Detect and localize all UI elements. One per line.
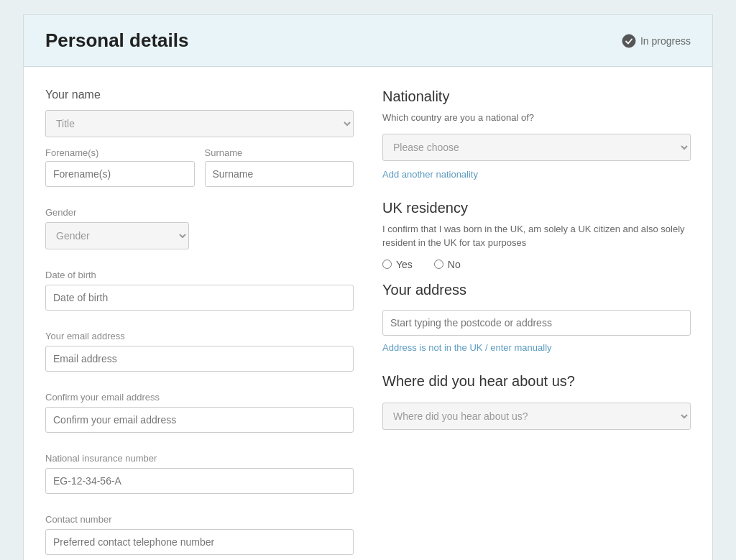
forename-label: Forename(s) bbox=[45, 147, 195, 158]
yes-label: Yes bbox=[396, 259, 413, 270]
surname-field: Surname bbox=[205, 147, 354, 187]
address-input[interactable] bbox=[382, 310, 691, 336]
hear-about-title: Where did you hear about us? bbox=[382, 373, 691, 390]
right-column: Nationality Which country are you a nati… bbox=[382, 88, 691, 555]
address-title: Your address bbox=[382, 282, 691, 298]
confirm-email-section: Confirm your email address bbox=[45, 392, 354, 433]
confirm-email-input[interactable] bbox=[45, 407, 354, 433]
contact-label: Contact number bbox=[45, 514, 354, 525]
name-row: Forename(s) Surname bbox=[45, 147, 354, 187]
add-nationality-link[interactable]: Add another nationality bbox=[382, 169, 478, 180]
uk-residency-radio-group: Yes No bbox=[382, 259, 691, 270]
ni-section: National insurance number bbox=[45, 453, 354, 494]
confirm-email-label: Confirm your email address bbox=[45, 392, 354, 403]
page-header: Personal details In progress bbox=[24, 15, 712, 67]
check-circle-icon bbox=[622, 34, 636, 48]
surname-input[interactable] bbox=[205, 161, 354, 187]
yes-radio[interactable] bbox=[382, 260, 392, 269]
no-radio[interactable] bbox=[434, 260, 443, 269]
ni-input[interactable] bbox=[45, 468, 354, 494]
hear-about-select[interactable]: Where did you hear about us? Social medi… bbox=[382, 403, 691, 430]
yes-radio-label[interactable]: Yes bbox=[382, 259, 413, 270]
address-manual-link[interactable]: Address is not in the UK / enter manuall… bbox=[382, 342, 552, 353]
uk-residency-text: I confirm that I was born in the UK, am … bbox=[382, 222, 691, 250]
page-wrapper: Personal details In progress Your name T… bbox=[23, 14, 713, 560]
nationality-question: Which country are you a national of? bbox=[382, 111, 691, 125]
no-label: No bbox=[448, 259, 461, 270]
gender-section: Gender Gender Male Female Other bbox=[45, 207, 354, 249]
uk-residency-title: UK residency bbox=[382, 200, 691, 216]
dob-input[interactable] bbox=[45, 285, 354, 311]
email-section: Your email address bbox=[45, 331, 354, 372]
title-select[interactable]: Title Mr Mrs Miss Ms Dr bbox=[45, 110, 354, 137]
forename-input[interactable] bbox=[45, 161, 195, 187]
page-body: Your name Title Mr Mrs Miss Ms Dr Forena… bbox=[24, 67, 712, 560]
uk-residency-section: UK residency I confirm that I was born i… bbox=[382, 200, 691, 270]
email-input[interactable] bbox=[45, 346, 354, 372]
address-section: Your address Address is not in the UK / … bbox=[382, 282, 691, 353]
status-badge: In progress bbox=[622, 34, 691, 48]
status-text: In progress bbox=[640, 35, 691, 47]
left-column: Your name Title Mr Mrs Miss Ms Dr Forena… bbox=[45, 88, 354, 555]
no-radio-label[interactable]: No bbox=[434, 259, 461, 270]
svg-point-0 bbox=[622, 35, 635, 47]
dob-label: Date of birth bbox=[45, 270, 354, 280]
your-name-section-title: Your name bbox=[45, 88, 354, 101]
dob-section: Date of birth bbox=[45, 270, 354, 311]
email-label: Your email address bbox=[45, 331, 354, 341]
nationality-select[interactable]: Please choose British Irish American Oth… bbox=[382, 134, 691, 161]
nationality-title: Nationality bbox=[382, 88, 691, 105]
surname-label: Surname bbox=[205, 147, 354, 158]
contact-input[interactable] bbox=[45, 529, 354, 555]
gender-select[interactable]: Gender Male Female Other bbox=[45, 222, 189, 249]
gender-label: Gender bbox=[45, 207, 354, 218]
page-title: Personal details bbox=[45, 29, 188, 52]
nationality-section: Nationality Which country are you a nati… bbox=[382, 88, 691, 180]
ni-label: National insurance number bbox=[45, 453, 354, 464]
contact-section: Contact number bbox=[45, 514, 354, 555]
forename-field: Forename(s) bbox=[45, 147, 195, 187]
hear-about-section: Where did you hear about us? Where did y… bbox=[382, 373, 691, 430]
